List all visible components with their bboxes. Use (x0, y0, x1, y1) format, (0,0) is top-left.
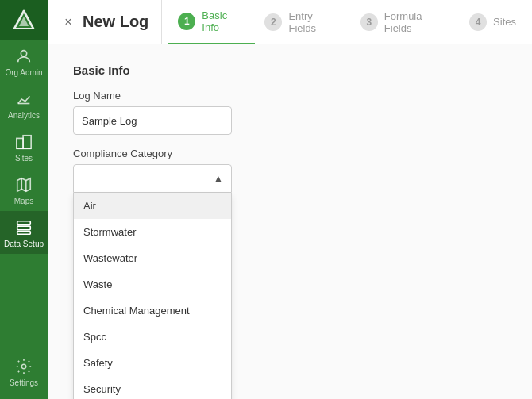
dropdown-item-safety[interactable]: Safety (74, 350, 231, 376)
sidebar-item-org-admin[interactable]: Org Admin (0, 40, 48, 82)
wizard-step-entry-fields[interactable]: 2 Entry Fields (255, 0, 350, 44)
sidebar-item-data-setup[interactable]: Data Setup (0, 211, 48, 254)
step-circle-4: 4 (469, 13, 487, 31)
compliance-dropdown: Air Stormwater Wastewater Waste Chemical… (73, 193, 232, 399)
settings-icon (15, 358, 33, 375)
compliance-select[interactable]: ▲ (73, 164, 232, 193)
sidebar-item-label-settings: Settings (10, 378, 38, 388)
step-circle-1: 1 (178, 13, 195, 30)
step-label-formula-fields: Formula Fields (384, 10, 450, 34)
data-setup-icon (15, 219, 33, 236)
select-arrow-icon: ▲ (214, 173, 223, 184)
dropdown-item-waste[interactable]: Waste (74, 271, 231, 297)
log-name-input[interactable] (73, 106, 232, 135)
step-label-entry-fields: Entry Fields (288, 10, 341, 34)
sidebar-item-label-analytics: Analytics (8, 111, 40, 121)
svg-rect-6 (23, 136, 31, 149)
org-admin-icon (15, 48, 33, 65)
dropdown-item-spcc[interactable]: Spcc (74, 324, 231, 350)
sidebar-logo (0, 0, 48, 40)
wizard-step-sites[interactable]: 4 Sites (460, 0, 526, 44)
log-name-label: Log Name (73, 90, 507, 102)
svg-marker-8 (17, 178, 31, 192)
section-title: Basic Info (73, 63, 507, 77)
dropdown-item-wastewater[interactable]: Wastewater (74, 245, 231, 271)
sidebar-item-settings[interactable]: Settings (0, 350, 48, 396)
step-label-sites: Sites (493, 16, 516, 28)
step-circle-3: 3 (360, 13, 378, 31)
dropdown-item-chemical-management[interactable]: Chemical Management (74, 297, 231, 324)
wizard-step-formula-fields[interactable]: 3 Formula Fields (351, 0, 460, 44)
svg-point-3 (21, 51, 26, 56)
wizard-step-basic-info[interactable]: 1 Basic Info (168, 0, 255, 44)
step-circle-2: 2 (264, 13, 282, 31)
page-title: New Log (83, 13, 148, 31)
app-logo-icon (11, 7, 37, 33)
analytics-icon (15, 90, 33, 108)
header: × New Log 1 Basic Info 2 Entry Fields (48, 0, 532, 44)
sidebar-item-sites[interactable]: Sites (0, 125, 48, 168)
dropdown-item-air[interactable]: Air (74, 193, 231, 219)
sidebar-item-label-maps: Maps (14, 197, 33, 206)
sidebar-item-label-data-setup: Data Setup (4, 240, 44, 249)
header-title-area: × New Log (48, 0, 162, 44)
compliance-label: Compliance Category (73, 148, 507, 159)
svg-rect-13 (17, 232, 31, 235)
dropdown-item-stormwater[interactable]: Stormwater (74, 219, 231, 245)
sidebar-item-label-org-admin: Org Admin (5, 68, 42, 78)
step-label-basic-info: Basic Info (202, 10, 245, 33)
svg-rect-11 (17, 221, 31, 225)
svg-point-14 (21, 364, 26, 369)
compliance-select-container: ▲ Air Stormwater Wastewater Waste Chemic… (73, 164, 232, 193)
main-content: × New Log 1 Basic Info 2 Entry Fields (48, 0, 532, 399)
log-name-group: Log Name (73, 90, 507, 135)
compliance-category-group: Compliance Category ▲ Air Stormwater Was… (73, 148, 507, 193)
sidebar-item-analytics[interactable]: Analytics (0, 82, 48, 125)
svg-rect-5 (17, 138, 23, 148)
dropdown-item-security[interactable]: Security (74, 376, 231, 399)
sites-icon (15, 133, 33, 151)
sidebar-item-label-sites: Sites (15, 154, 33, 163)
content-area: Basic Info Log Name Compliance Category … (48, 44, 532, 399)
sidebar-item-maps[interactable]: Maps (0, 168, 48, 211)
close-button[interactable]: × (60, 14, 76, 30)
maps-icon (15, 176, 33, 194)
svg-rect-12 (17, 226, 31, 230)
wizard-steps: 1 Basic Info 2 Entry Fields 3 Formula Fi… (162, 0, 532, 44)
sidebar: Org Admin Analytics Sites Maps Data Setu… (0, 0, 48, 399)
